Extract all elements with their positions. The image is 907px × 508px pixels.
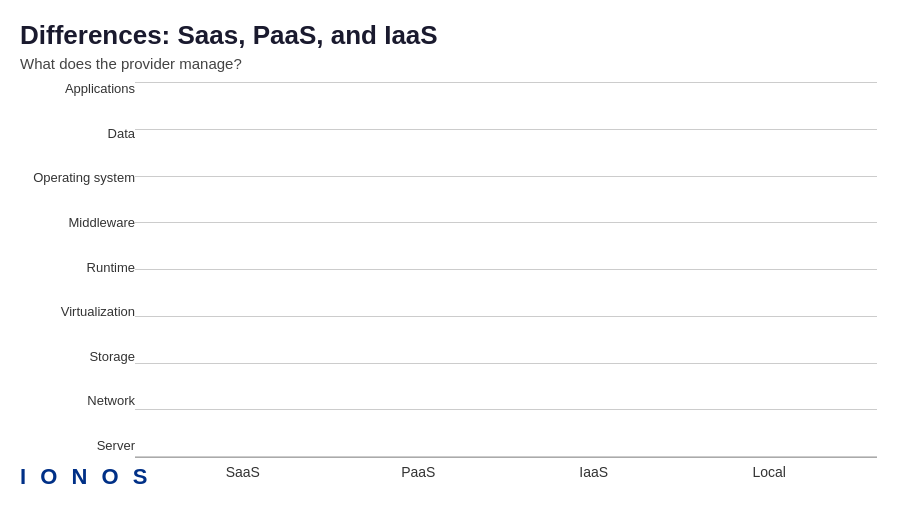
y-label: Operating system [33, 171, 135, 184]
bars-and-grid [135, 82, 877, 458]
logo-text-io: I O N O S [20, 464, 151, 489]
y-label: Virtualization [61, 305, 135, 318]
x-label: Local [724, 464, 814, 488]
y-label: Applications [65, 82, 135, 95]
ionos-logo: I O N O S [20, 464, 151, 490]
x-label: IaaS [549, 464, 639, 488]
y-axis-labels: ApplicationsDataOperating systemMiddlewa… [20, 82, 135, 488]
y-label: Data [108, 127, 135, 140]
x-axis-labels: SaaSPaaSIaaSLocal [135, 458, 877, 488]
main-container: Differences: Saas, PaaS, and IaaS What d… [0, 0, 907, 508]
y-label: Storage [89, 350, 135, 363]
chart-area: ApplicationsDataOperating systemMiddlewa… [20, 82, 877, 488]
x-label: SaaS [198, 464, 288, 488]
chart-body: SaaSPaaSIaaSLocal [135, 82, 877, 488]
x-label: PaaS [373, 464, 463, 488]
y-label: Runtime [87, 261, 135, 274]
chart-subtitle: What does the provider manage? [20, 55, 877, 72]
bars-row [135, 82, 877, 457]
y-label: Server [97, 439, 135, 452]
chart-title: Differences: Saas, PaaS, and IaaS [20, 20, 877, 51]
y-label: Network [87, 394, 135, 407]
y-label: Middleware [69, 216, 135, 229]
